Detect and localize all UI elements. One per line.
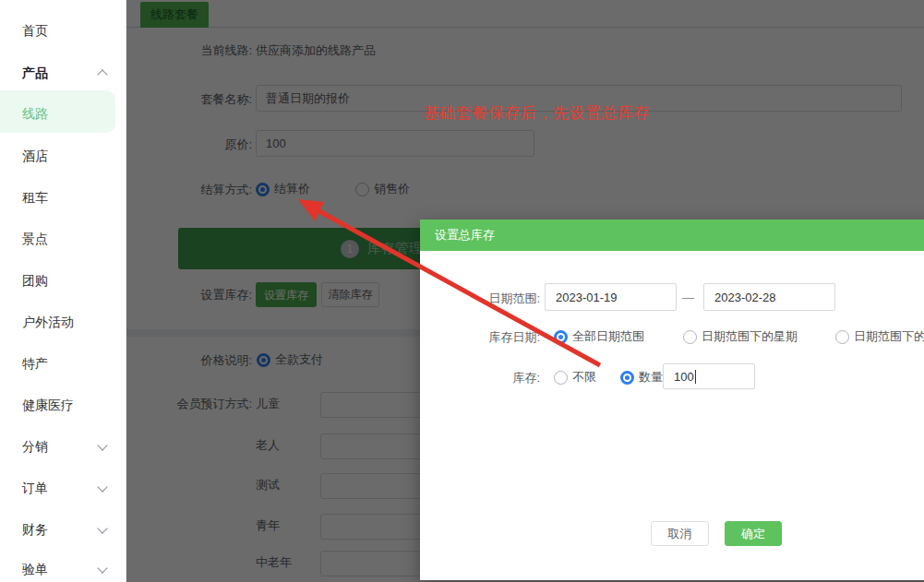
sidebar-item-routes[interactable]: 线路	[22, 104, 48, 123]
sidebar-group-verify[interactable]: 验单	[22, 560, 48, 578]
radio-unselected-icon	[554, 371, 568, 385]
radio-unselected-icon	[683, 330, 697, 344]
radio-selected-icon	[554, 330, 568, 344]
sidebar-item-car-rental[interactable]: 租车	[22, 188, 48, 207]
cancel-button[interactable]: 取消	[651, 521, 709, 546]
unlimited-radio-label: 不限	[572, 369, 596, 386]
text-caret	[695, 370, 696, 384]
app-window: 首页 产品 线路 酒店 租车 景点 团购 户外活动 特产 健康医疗 分销 订单 …	[0, 0, 924, 582]
date-start-input[interactable]	[545, 283, 677, 311]
quantity-value: 100	[674, 370, 694, 384]
main-content: 线路套餐 当前线路: 供应商添加的线路产品 套餐名称: 原价: 结算方式: 结算…	[126, 0, 924, 582]
unlimited-radio[interactable]: 不限	[554, 369, 596, 386]
chevron-down-icon	[97, 481, 107, 492]
sidebar-item-outdoor[interactable]: 户外活动	[22, 313, 74, 331]
weekday-of-range-radio[interactable]: 日期范围下的星期	[683, 328, 798, 345]
radio-unselected-icon	[835, 330, 849, 344]
sidebar-group-products[interactable]: 产品	[22, 64, 48, 82]
date-end-input[interactable]	[703, 283, 835, 311]
date-range-separator: —	[682, 291, 694, 304]
all-date-range-radio[interactable]: 全部日期范围	[554, 328, 644, 345]
quantity-radio-label: 数量	[639, 369, 663, 386]
total-inventory-dialog: 设置总库存 日期范围: — 库存日期: 全部日期范围 日期范围下的星期 日期范围…	[420, 220, 924, 580]
dialog-title: 设置总库存	[435, 228, 495, 242]
chevron-down-icon	[97, 563, 107, 573]
date-range-label: 日期范围:	[420, 291, 540, 307]
dialog-title-bar[interactable]: 设置总库存	[420, 220, 924, 251]
inventory-date-label: 库存日期:	[420, 329, 540, 346]
sidebar-item-hotel[interactable]: 酒店	[22, 147, 48, 165]
chevron-down-icon	[97, 523, 107, 533]
inventory-label: 库存:	[420, 370, 540, 386]
sidebar-active-highlight	[0, 90, 115, 133]
all-date-range-radio-label: 全部日期范围	[572, 328, 644, 345]
confirm-button[interactable]: 确定	[725, 521, 782, 546]
sidebar-item-attractions[interactable]: 景点	[22, 230, 48, 248]
sidebar-group-orders[interactable]: 订单	[22, 479, 48, 497]
day-of-range-radio[interactable]: 日期范围下的天	[835, 328, 924, 345]
day-of-range-radio-label: 日期范围下的天	[854, 328, 924, 345]
quantity-radio[interactable]: 数量	[620, 369, 663, 386]
sidebar-item-group-buy[interactable]: 团购	[22, 271, 48, 290]
sidebar: 首页 产品 线路 酒店 租车 景点 团购 户外活动 特产 健康医疗 分销 订单 …	[0, 0, 126, 582]
sidebar-item-specialty[interactable]: 特产	[22, 354, 48, 373]
chevron-up-icon	[97, 69, 107, 79]
sidebar-item-home[interactable]: 首页	[22, 21, 48, 40]
radio-selected-icon	[620, 371, 634, 385]
sidebar-item-health[interactable]: 健康医疗	[22, 396, 74, 414]
quantity-input[interactable]: 100	[663, 363, 755, 389]
weekday-of-range-radio-label: 日期范围下的星期	[702, 328, 798, 345]
sidebar-group-distribution[interactable]: 分销	[22, 437, 48, 456]
annotation-note: 基础套餐保存后，先设置总库存	[424, 102, 650, 124]
sidebar-group-finance[interactable]: 财务	[22, 520, 48, 539]
chevron-down-icon	[97, 440, 107, 450]
